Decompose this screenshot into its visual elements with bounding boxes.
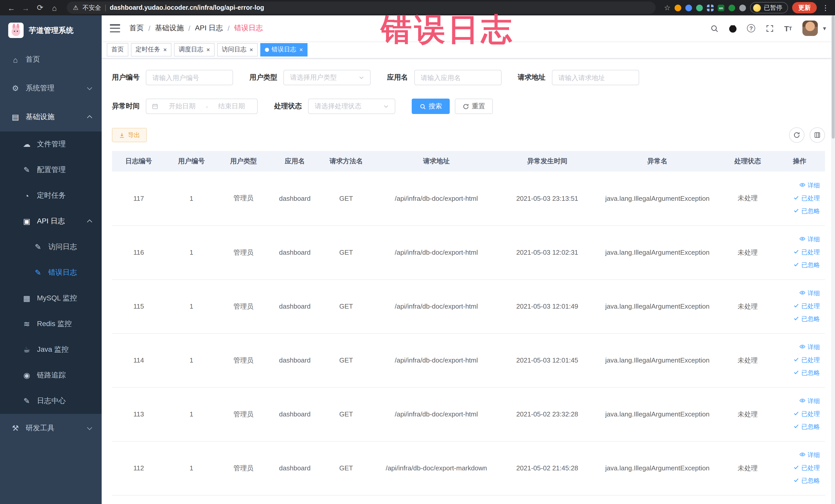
cell-user-id: 1 xyxy=(165,333,218,387)
sidebar-item-redis-monitor[interactable]: ≋Redis 监控 xyxy=(0,311,102,337)
action-label: 已处理 xyxy=(801,356,820,365)
detail-link[interactable]: 详细 xyxy=(799,289,820,298)
action-label: 已忽略 xyxy=(801,477,820,485)
back-button[interactable]: ← xyxy=(5,2,18,14)
scrollbar-thumb[interactable] xyxy=(832,15,835,139)
processed-link[interactable]: 已处理 xyxy=(793,248,820,257)
sidebar-item-home[interactable]: ⌂首页 xyxy=(0,45,102,74)
check-icon xyxy=(793,410,799,418)
extension-icon[interactable] xyxy=(729,4,735,11)
tab-schedule-log[interactable]: 调度日志× xyxy=(174,43,215,56)
avatar[interactable] xyxy=(802,21,818,36)
home-button[interactable]: ⌂ xyxy=(48,2,61,14)
edit-icon: ✎ xyxy=(33,268,43,277)
close-tab-icon[interactable]: × xyxy=(299,46,303,53)
user-type-select[interactable]: 请选择用户类型 xyxy=(283,70,371,85)
detail-link[interactable]: 详细 xyxy=(799,235,820,244)
address-url[interactable]: dashboard.yudao.iocoder.cn/infra/log/api… xyxy=(110,4,264,11)
sidebar-item-scheduled-tasks[interactable]: ◔定时任务 xyxy=(0,183,102,208)
column-header: 请求地址 xyxy=(372,151,501,172)
extension-icon[interactable] xyxy=(675,4,681,11)
bookmark-star-icon[interactable]: ☆ xyxy=(664,4,670,12)
sidebar-item-infrastructure[interactable]: ▤基础设施 xyxy=(0,103,102,132)
github-icon[interactable] xyxy=(725,20,741,37)
cell-user-type: 管理员 xyxy=(218,441,269,495)
trace-icon: ◉ xyxy=(22,371,32,380)
ignored-link[interactable]: 已忽略 xyxy=(793,369,820,378)
sidebar-item-system-management[interactable]: ⚙系统管理 xyxy=(0,74,102,103)
extension-icon[interactable] xyxy=(696,4,703,11)
processed-link[interactable]: 已处理 xyxy=(793,356,820,365)
table-row: 1141管理员dashboardGET/api/infra/db-doc/exp… xyxy=(112,333,825,387)
app-name-input[interactable] xyxy=(414,70,501,85)
sidebar-item-error-log[interactable]: ✎错误日志 xyxy=(0,260,102,285)
tab-error-log[interactable]: 错误日志× xyxy=(260,43,307,56)
hamburger-icon[interactable] xyxy=(110,24,120,32)
sidebar-item-dev-tools[interactable]: ⚒研发工具 xyxy=(0,414,102,443)
tab-access-log[interactable]: 访问日志× xyxy=(217,43,258,56)
update-button[interactable]: 更新 xyxy=(792,2,817,13)
reset-button[interactable]: 重置 xyxy=(455,99,493,114)
help-icon[interactable]: ? xyxy=(743,20,759,37)
forward-button[interactable]: → xyxy=(20,2,32,14)
scrollbar[interactable] xyxy=(831,15,835,504)
app-logo[interactable]: 芋道管理系统 xyxy=(0,15,102,45)
ignored-link[interactable]: 已忽略 xyxy=(793,207,820,216)
cell-user-id: 1 xyxy=(165,172,218,225)
sidebar-item-java-monitor[interactable]: ☕Java 监控 xyxy=(0,337,102,363)
fullscreen-icon[interactable] xyxy=(761,20,778,37)
processed-link[interactable]: 已处理 xyxy=(793,194,820,203)
search-icon[interactable] xyxy=(706,20,722,37)
detail-link[interactable]: 详细 xyxy=(799,343,820,352)
cell-user-type: 管理员 xyxy=(218,333,269,387)
extension-icon[interactable] xyxy=(685,4,692,11)
close-tab-icon[interactable]: × xyxy=(206,46,210,53)
address-bar[interactable]: ⚠ 不安全 dashboard.yudao.iocoder.cn/infra/l… xyxy=(67,2,656,14)
detail-link[interactable]: 详细 xyxy=(799,451,820,460)
action-label: 已处理 xyxy=(801,410,820,419)
search-button[interactable]: 搜索 xyxy=(412,99,450,114)
tab-scheduled-tasks[interactable]: 定时任务× xyxy=(131,43,171,56)
chevron-down-icon[interactable]: ▼ xyxy=(822,25,827,31)
date-range-picker[interactable]: 开始日期 - 结束日期 xyxy=(146,99,258,114)
process-status-select[interactable]: 请选择处理状态 xyxy=(308,99,395,114)
reload-button[interactable]: ⟳ xyxy=(34,2,46,14)
close-tab-icon[interactable]: × xyxy=(163,46,167,53)
sidebar-item-log-center[interactable]: ✎日志中心 xyxy=(0,388,102,414)
sidebar-item-trace[interactable]: ◉链路追踪 xyxy=(0,363,102,388)
extension-on-badge[interactable]: on xyxy=(718,4,725,11)
close-tab-icon[interactable]: × xyxy=(249,46,253,53)
tab-home[interactable]: 首页 xyxy=(107,43,128,56)
paused-badge[interactable]: 已暂停 xyxy=(750,2,788,13)
ignored-link[interactable]: 已忽略 xyxy=(793,315,820,323)
user-id-input[interactable] xyxy=(146,70,233,85)
extensions-grid-icon[interactable] xyxy=(707,4,714,11)
detail-link[interactable]: 详细 xyxy=(799,181,820,190)
breadcrumb-item[interactable]: 首页 xyxy=(129,24,144,33)
breadcrumb-item[interactable]: API 日志 xyxy=(195,24,223,33)
processed-link[interactable]: 已处理 xyxy=(793,302,820,311)
ignored-link[interactable]: 已忽略 xyxy=(793,261,820,269)
processed-link[interactable]: 已处理 xyxy=(793,464,820,472)
request-url-input[interactable] xyxy=(552,70,639,85)
refresh-button[interactable] xyxy=(789,127,805,143)
column-settings-button[interactable] xyxy=(810,127,825,143)
sidebar-item-config-management[interactable]: ✎配置管理 xyxy=(0,157,102,183)
export-button[interactable]: 导出 xyxy=(112,128,147,142)
sidebar-item-api-log[interactable]: ▣API 日志 xyxy=(0,208,102,234)
ignored-link[interactable]: 已忽略 xyxy=(793,423,820,431)
filter-user-type: 用户类型 请选择用户类型 xyxy=(249,70,371,85)
sidebar-item-mysql-monitor[interactable]: ▦MySQL 监控 xyxy=(0,285,102,311)
sidebar-item-access-log[interactable]: ✎访问日志 xyxy=(0,234,102,260)
puzzle-extension-icon[interactable] xyxy=(739,4,746,11)
breadcrumb-item[interactable]: 基础设施 xyxy=(155,24,184,33)
sidebar-item-file-management[interactable]: ☁文件管理 xyxy=(0,132,102,157)
action-label: 已忽略 xyxy=(801,261,820,269)
ignored-link[interactable]: 已忽略 xyxy=(793,477,820,485)
action-label: 详细 xyxy=(808,343,820,352)
sidebar-item-label: 定时任务 xyxy=(37,191,66,200)
processed-link[interactable]: 已处理 xyxy=(793,410,820,419)
detail-link[interactable]: 详细 xyxy=(799,397,820,406)
font-size-icon[interactable]: TT xyxy=(780,20,796,37)
browser-menu-icon[interactable]: ⋮ xyxy=(821,4,830,12)
